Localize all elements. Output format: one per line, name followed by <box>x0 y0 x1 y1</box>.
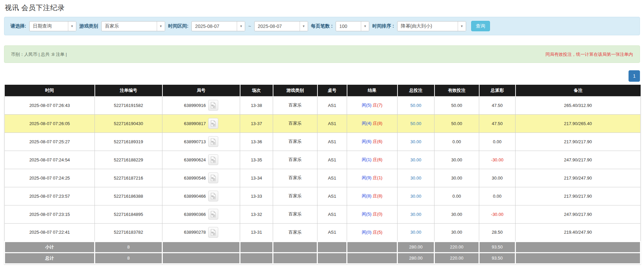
cell-bet-id: 522716191582 <box>95 96 162 114</box>
cell-total-bet: 30.00 <box>397 169 434 187</box>
video-record-button[interactable] <box>208 209 218 220</box>
time-range-label: 时间区间: <box>168 23 189 29</box>
result-player: 闲(1) <box>362 157 372 162</box>
chevron-down-icon: ▼ <box>300 22 308 31</box>
sort-order-label: 时间排序 : <box>372 23 394 29</box>
cell-bet-id: 522716188229 <box>95 151 162 169</box>
total-bet-link[interactable]: 30.00 <box>410 230 421 235</box>
result-banker: 庄(8) <box>373 193 382 198</box>
col-header-result: 结果 <box>347 85 397 96</box>
cell-session: 13-33 <box>240 187 273 205</box>
cell-bet-id: 522716184895 <box>95 205 162 223</box>
game-type-value: 百家乐 <box>102 22 157 31</box>
total-bet-link[interactable]: 50.00 <box>410 121 421 126</box>
table-row: 2025-08-07 07:24:54 522716188229 6389906… <box>5 151 641 169</box>
cell-table-no: AS1 <box>317 187 347 205</box>
col-header-game-type: 游戏类别 <box>273 85 317 96</box>
pagination-page-1[interactable]: 1 <box>629 70 640 82</box>
cell-payout: 30.00 <box>479 169 516 187</box>
cell-valid-bet: 30.00 <box>434 151 479 169</box>
cell-valid-bet: 30.00 <box>434 205 479 223</box>
range-separator: ~ <box>248 24 251 29</box>
video-record-button[interactable] <box>208 118 218 129</box>
cell-game-type: 百家乐 <box>273 151 317 169</box>
cell-remark: 217.90/265.40 <box>516 114 641 132</box>
cell-session: 13-38 <box>240 96 273 114</box>
summary-currency-count: 币别：人民币 | 总共 :8 注单 | <box>11 51 67 57</box>
cell-result: 闲(9) 庄(1) <box>347 169 397 187</box>
table-row: 2025-08-07 07:24:25 522716187216 6389905… <box>5 169 641 187</box>
result-player: 闲(6) <box>362 139 372 144</box>
query-type-select[interactable]: 日期查询 ▼ <box>29 21 76 31</box>
chevron-down-icon: ▼ <box>458 22 466 31</box>
cell-valid-bet: 0.00 <box>434 132 479 151</box>
subtotal-count: 8 <box>95 241 162 253</box>
cell-game-type: 百家乐 <box>273 169 317 187</box>
cell-valid-bet: 50.00 <box>434 96 479 114</box>
cell-total-bet: 30.00 <box>397 151 434 169</box>
cell-total-bet: 50.00 <box>397 114 434 132</box>
cell-total-bet: 30.00 <box>397 205 434 223</box>
game-type-select[interactable]: 百家乐 ▼ <box>101 21 165 31</box>
cell-valid-bet: 50.00 <box>434 114 479 132</box>
cell-time: 2025-08-07 07:25:27 <box>5 132 95 151</box>
cell-total-bet: 30.00 <box>397 132 434 151</box>
col-header-round-id: 局号 <box>162 85 240 96</box>
video-record-button[interactable] <box>208 172 218 183</box>
table-row: 2025-08-07 07:26:43 522716191582 6389909… <box>5 96 641 114</box>
col-header-payout: 总派彩 <box>479 85 516 96</box>
chevron-down-icon: ▼ <box>157 22 165 31</box>
sort-order-select[interactable]: 降幂(由大到小) ▼ <box>397 21 466 31</box>
result-player: 闲(5) <box>362 212 372 217</box>
total-bet-link[interactable]: 30.00 <box>410 157 421 162</box>
result-banker: 庄(0) <box>373 212 382 217</box>
video-record-button[interactable] <box>208 136 218 147</box>
cell-session: 13-32 <box>240 205 273 223</box>
cell-bet-id: 522716186388 <box>95 187 162 205</box>
cell-result: 闲(4) 庄(8) <box>347 114 397 132</box>
cell-payout: -30.00 <box>479 151 516 169</box>
result-player: 闲(0) <box>362 230 372 235</box>
video-record-button[interactable] <box>208 191 218 201</box>
cell-game-type: 百家乐 <box>273 205 317 223</box>
round-id-value: 638990546 <box>184 176 206 181</box>
total-bet-link[interactable]: 30.00 <box>410 212 421 217</box>
search-button[interactable]: 查询 <box>471 21 490 31</box>
subtotal-valid-bet: 220.00 <box>434 241 479 253</box>
total-bet-link[interactable]: 30.00 <box>410 194 421 199</box>
sort-order-value: 降幂(由大到小) <box>397 22 458 31</box>
cell-time: 2025-08-07 07:26:05 <box>5 114 95 132</box>
query-type-value: 日期查询 <box>30 22 68 31</box>
cell-time: 2025-08-07 07:24:54 <box>5 151 95 169</box>
round-id-value: 638990466 <box>184 194 206 199</box>
cell-result: 闲(0) 庄(5) <box>347 223 397 241</box>
cell-total-bet: 30.00 <box>397 187 434 205</box>
cell-remark: 217.90/217.90 <box>516 187 641 205</box>
col-header-session: 场次 <box>240 85 273 96</box>
cell-round-id: 638990817 <box>162 114 240 132</box>
total-bet-link[interactable]: 30.00 <box>410 139 421 144</box>
filter-bar: 请选择: 日期查询 ▼ 游戏类别 百家乐 ▼ 时间区间: 2025-08-07 … <box>4 17 640 35</box>
cell-result: 闲(6) 庄(6) <box>347 132 397 151</box>
total-label: 总计 <box>5 253 95 264</box>
col-header-total-bet: 总投注 <box>397 85 434 96</box>
cell-remark: 265.40/312.90 <box>516 96 641 114</box>
col-header-time: 时间 <box>5 85 95 96</box>
pagination: 1 <box>4 70 640 82</box>
cell-game-type: 百家乐 <box>273 114 317 132</box>
cell-round-id: 638990713 <box>162 132 240 151</box>
cell-game-type: 百家乐 <box>273 223 317 241</box>
video-record-button[interactable] <box>208 100 218 111</box>
cell-table-no: AS1 <box>317 151 347 169</box>
cell-payout: 28.50 <box>479 223 516 241</box>
date-from-select[interactable]: 2025-08-07 ▼ <box>191 21 245 31</box>
video-record-button[interactable] <box>208 227 218 238</box>
page-size-select[interactable]: 100 ▼ <box>336 21 369 31</box>
cell-time: 2025-08-07 07:26:43 <box>5 96 95 114</box>
total-bet-link[interactable]: 30.00 <box>410 176 421 181</box>
total-bet-link[interactable]: 50.00 <box>410 103 421 108</box>
video-record-button[interactable] <box>208 154 218 165</box>
video-record-icon <box>211 120 216 127</box>
date-to-select[interactable]: 2025-08-07 ▼ <box>254 21 308 31</box>
video-record-icon <box>211 193 216 199</box>
